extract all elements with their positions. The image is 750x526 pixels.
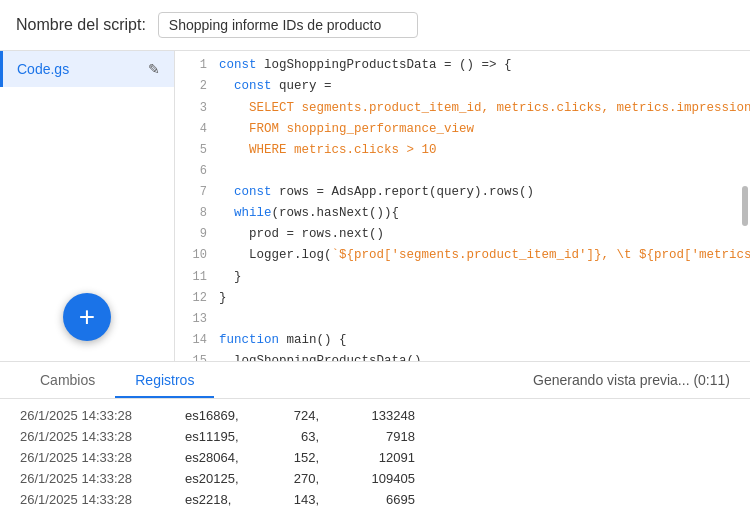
line-content: const rows = AdsApp.report(query).rows() <box>219 182 534 203</box>
sidebar: Code.gs ✎ + <box>0 51 175 361</box>
line-content: const query = <box>219 76 332 97</box>
log-time: 26/1/2025 14:33:28 <box>20 429 185 444</box>
code-line: 5 WHERE metrics.clicks > 10 <box>175 140 750 161</box>
log-num1: 63, <box>275 429 335 444</box>
log-row: 26/1/2025 14:33:28es28064,152,12091 <box>0 447 750 468</box>
header: Nombre del script: <box>0 0 750 51</box>
script-label: Nombre del script: <box>16 16 146 34</box>
line-number: 9 <box>183 224 207 244</box>
line-content: while(rows.hasNext()){ <box>219 203 399 224</box>
script-name-input[interactable] <box>158 12 418 38</box>
log-row: 26/1/2025 14:33:28es2218,143,6695 <box>0 489 750 510</box>
code-line: 4 FROM shopping_performance_view <box>175 119 750 140</box>
code-line: 2 const query = <box>175 76 750 97</box>
scrollbar-handle[interactable] <box>742 186 748 226</box>
line-number: 11 <box>183 267 207 287</box>
line-number: 10 <box>183 245 207 265</box>
code-line: 10 Logger.log(`${prod['segments.product_… <box>175 245 750 266</box>
line-number: 1 <box>183 55 207 75</box>
log-time: 26/1/2025 14:33:28 <box>20 471 185 486</box>
code-line: 7 const rows = AdsApp.report(query).rows… <box>175 182 750 203</box>
log-num2: 6695 <box>335 492 415 507</box>
line-number: 14 <box>183 330 207 350</box>
line-number: 4 <box>183 119 207 139</box>
code-line: 15 logShoppingProductsData() <box>175 351 750 361</box>
line-content: SELECT segments.product_item_id, metrics… <box>219 98 750 119</box>
edit-icon[interactable]: ✎ <box>148 61 160 77</box>
line-number: 5 <box>183 140 207 160</box>
log-id: es20125, <box>185 471 275 486</box>
line-content: const logShoppingProductsData = () => { <box>219 55 512 76</box>
log-row: 26/1/2025 14:33:28es16869,724,133248 <box>0 405 750 426</box>
log-time: 26/1/2025 14:33:28 <box>20 408 185 423</box>
tab-status: Generando vista previa... (0:11) <box>533 372 730 388</box>
code-line: 14function main() { <box>175 330 750 351</box>
line-content: Logger.log(`${prod['segments.product_ite… <box>219 245 750 266</box>
log-table: 26/1/2025 14:33:28es16869,724,13324826/1… <box>0 399 750 516</box>
line-content: prod = rows.next() <box>219 224 384 245</box>
code-line: 1const logShoppingProductsData = () => { <box>175 55 750 76</box>
log-row: 26/1/2025 14:33:28es11195,63,7918 <box>0 426 750 447</box>
line-content: logShoppingProductsData() <box>219 351 422 361</box>
log-num1: 724, <box>275 408 335 423</box>
log-id: es16869, <box>185 408 275 423</box>
line-number: 15 <box>183 351 207 361</box>
line-number: 12 <box>183 288 207 308</box>
log-num1: 143, <box>275 492 335 507</box>
sidebar-file-label: Code.gs <box>17 61 69 77</box>
log-id: es2218, <box>185 492 275 507</box>
tab-cambios[interactable]: Cambios <box>20 362 115 398</box>
line-number: 6 <box>183 161 207 181</box>
log-id: es28064, <box>185 450 275 465</box>
log-num1: 152, <box>275 450 335 465</box>
line-content: function main() { <box>219 330 347 351</box>
log-time: 26/1/2025 14:33:28 <box>20 492 185 507</box>
log-num1: 270, <box>275 471 335 486</box>
sidebar-item-code-gs[interactable]: Code.gs ✎ <box>0 51 174 87</box>
log-time: 26/1/2025 14:33:28 <box>20 450 185 465</box>
code-line: 13 <box>175 309 750 329</box>
line-content: } <box>219 288 227 309</box>
code-editor[interactable]: 1const logShoppingProductsData = () => {… <box>175 51 750 361</box>
log-num2: 109405 <box>335 471 415 486</box>
code-line: 3 SELECT segments.product_item_id, metri… <box>175 98 750 119</box>
line-content: FROM shopping_performance_view <box>219 119 474 140</box>
line-content: WHERE metrics.clicks > 10 <box>219 140 437 161</box>
code-line: 8 while(rows.hasNext()){ <box>175 203 750 224</box>
code-line: 12} <box>175 288 750 309</box>
code-line: 9 prod = rows.next() <box>175 224 750 245</box>
code-line: 6 <box>175 161 750 181</box>
add-file-button[interactable]: + <box>63 293 111 341</box>
code-lines: 1const logShoppingProductsData = () => {… <box>175 55 750 361</box>
tab-registros[interactable]: Registros <box>115 362 214 398</box>
log-row: 26/1/2025 14:33:28es20125,270,109405 <box>0 468 750 489</box>
log-id: es11195, <box>185 429 275 444</box>
line-number: 7 <box>183 182 207 202</box>
line-number: 8 <box>183 203 207 223</box>
line-number: 13 <box>183 309 207 329</box>
log-num2: 7918 <box>335 429 415 444</box>
main-content: Code.gs ✎ + 1const logShoppingProductsDa… <box>0 51 750 361</box>
log-num2: 12091 <box>335 450 415 465</box>
line-number: 3 <box>183 98 207 118</box>
bottom-panel: Cambios Registros Generando vista previa… <box>0 361 750 516</box>
code-line: 11 } <box>175 267 750 288</box>
tabs-row: Cambios Registros Generando vista previa… <box>0 362 750 399</box>
log-num2: 133248 <box>335 408 415 423</box>
line-number: 2 <box>183 76 207 96</box>
line-content: } <box>219 267 242 288</box>
